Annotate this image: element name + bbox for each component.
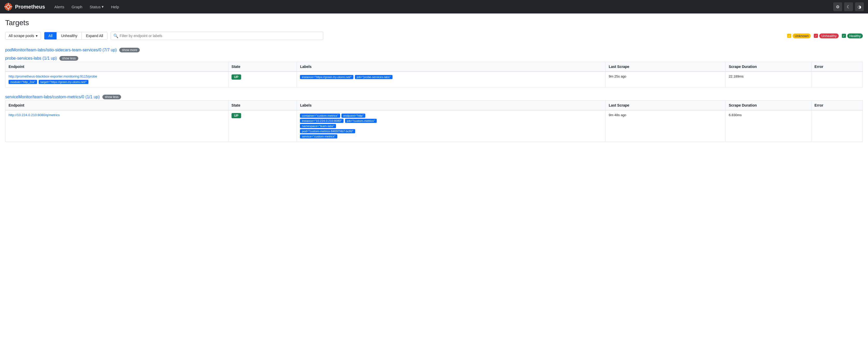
legend-healthy: ✓ Healthy: [842, 33, 863, 38]
section-pod-monitor-toggle[interactable]: show more: [119, 48, 140, 52]
brand-name: Prometheus: [15, 4, 45, 10]
page-title: Targets: [5, 19, 863, 27]
section-pod-monitor-title[interactable]: podMonitor/team-labs/istio-sidecars-team…: [5, 48, 117, 52]
settings-button[interactable]: ⚙: [833, 2, 842, 11]
legend-unhealthy: ✓ Unhealthy: [814, 33, 839, 38]
td-endpoint: http://10.224.0.210:8080/q/metrics: [5, 110, 228, 142]
state-badge-up: UP: [231, 74, 241, 80]
search-input[interactable]: [111, 32, 323, 40]
td-scrape-duration: 22.189ms: [725, 71, 811, 87]
search-icon: 🔍: [113, 33, 119, 38]
label-tag: job="probe-services-labs": [355, 75, 393, 79]
td-endpoint: http://prometheus-blackbox-exporter.moni…: [5, 71, 228, 87]
nav-status[interactable]: Status ▾: [87, 3, 107, 11]
td-last-scrape: 9m 48s ago: [606, 110, 725, 142]
section-probe-services-toggle[interactable]: show less: [59, 56, 78, 61]
th-last-scrape-1: Last Scrape: [606, 62, 725, 72]
section-probe-services-title[interactable]: probe-services-labs (1/1 up): [5, 56, 57, 61]
td-scrape-duration: 6.830ms: [725, 110, 811, 142]
nav-alerts[interactable]: Alerts: [51, 3, 67, 11]
label-tag: instance="10.224.0.210:8080": [300, 119, 343, 123]
nav-help[interactable]: Help: [108, 3, 122, 11]
navbar-right: ⚙ ☾ ◑: [833, 2, 864, 11]
endpoint-link-probe[interactable]: http://prometheus-blackbox-exporter.moni…: [8, 74, 225, 78]
unhealthy-badge: Unhealthy: [819, 33, 839, 38]
nav-links: Alerts Graph Status ▾ Help: [51, 3, 122, 11]
unknown-badge: Unknown: [793, 33, 811, 38]
nav-graph[interactable]: Graph: [68, 3, 86, 11]
state-badge-up: UP: [231, 113, 241, 118]
theme-moon-button[interactable]: ☾: [844, 2, 853, 11]
label-tag: job="custom-metrics": [345, 119, 377, 123]
filter-unhealthy[interactable]: Unhealthy: [57, 32, 82, 39]
endpoint-link-metrics[interactable]: http://10.224.0.210:8080/q/metrics: [8, 113, 225, 117]
toolbar: All scrape pools ▾ All Unhealthy Expand …: [5, 32, 863, 40]
brand: Prometheus: [4, 3, 45, 11]
th-state-2: State: [228, 101, 297, 110]
th-endpoint-2: Endpoint: [5, 101, 228, 110]
theme-contrast-button[interactable]: ◑: [855, 2, 864, 11]
label-tag: instance="https://green.try-otomi.net/": [300, 75, 353, 79]
th-scrape-duration-1: Scrape Duration: [725, 62, 811, 72]
td-state: UP: [228, 71, 297, 87]
label-tag: container="custom-metrics": [300, 114, 340, 118]
unknown-checkbox[interactable]: ✓: [787, 34, 791, 38]
td-last-scrape: 9m 25s ago: [606, 71, 725, 87]
prometheus-logo: [4, 3, 12, 11]
service-monitor-table: Endpoint State Labels Last Scrape Scrape…: [5, 100, 863, 142]
page-content: Targets All scrape pools ▾ All Unhealthy…: [0, 13, 868, 152]
unhealthy-checkbox[interactable]: ✓: [814, 34, 818, 38]
td-labels: instance="https://green.try-otomi.net/" …: [297, 71, 606, 87]
table-row: http://10.224.0.210:8080/q/metrics UP co…: [5, 110, 863, 142]
td-labels: container="custom-metrics" endpoint="htt…: [297, 110, 606, 142]
endpoint-labels: module="http_2xx" target="https://green.…: [8, 80, 225, 85]
filter-expand-all[interactable]: Expand All: [82, 32, 107, 39]
legend-unknown: ✓ Unknown: [787, 33, 811, 38]
label-tag: namespace="team-labs": [300, 124, 336, 128]
section-probe-services-header: probe-services-labs (1/1 up) show less: [5, 54, 863, 62]
section-service-monitor-header: serviceMonitor/team-labs/custom-metrics/…: [5, 92, 863, 100]
label-tag: module="http_2xx": [8, 80, 37, 84]
filter-group: All Unhealthy Expand All: [44, 32, 107, 40]
label-tag: endpoint="http": [341, 114, 365, 118]
navbar: Prometheus Alerts Graph Status ▾ Help ⚙ …: [0, 0, 868, 13]
legend-group: ✓ Unknown ✓ Unhealthy ✓ Healthy: [787, 33, 863, 38]
th-error-2: Error: [811, 101, 863, 110]
section-service-monitor-title[interactable]: serviceMonitor/team-labs/custom-metrics/…: [5, 95, 100, 99]
th-endpoint-1: Endpoint: [5, 62, 228, 72]
td-state: UP: [228, 110, 297, 142]
filter-all[interactable]: All: [44, 32, 57, 39]
healthy-badge: Healthy: [847, 33, 863, 38]
probe-services-table: Endpoint State Labels Last Scrape Scrape…: [5, 62, 863, 87]
table-row: http://prometheus-blackbox-exporter.moni…: [5, 71, 863, 87]
td-error: [811, 71, 863, 87]
th-labels-1: Labels: [297, 62, 606, 72]
th-labels-2: Labels: [297, 101, 606, 110]
section-service-monitor-toggle[interactable]: show less: [102, 95, 121, 99]
chevron-down-icon: ▾: [102, 4, 104, 9]
scrape-pools-dropdown[interactable]: All scrape pools ▾: [5, 32, 41, 40]
healthy-checkbox[interactable]: ✓: [842, 34, 846, 38]
label-tag: pod="custom-metrics-8465f74b7-bclfd": [300, 129, 355, 133]
label-tag: target="https://green.try-otomi.net/": [39, 80, 89, 84]
th-error-1: Error: [811, 62, 863, 72]
search-wrap: 🔍: [111, 32, 323, 40]
section-pod-monitor-header: podMonitor/team-labs/istio-sidecars-team…: [5, 45, 863, 54]
td-error: [811, 110, 863, 142]
chevron-down-icon: ▾: [36, 34, 38, 38]
th-state-1: State: [228, 62, 297, 72]
label-tag: service="custom-metrics": [300, 134, 337, 138]
th-scrape-duration-2: Scrape Duration: [725, 101, 811, 110]
th-last-scrape-2: Last Scrape: [606, 101, 725, 110]
